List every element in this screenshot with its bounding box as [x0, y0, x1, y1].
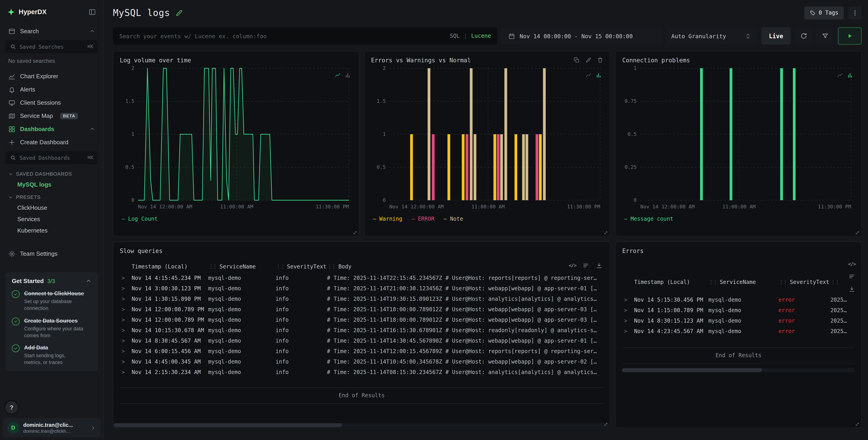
column-drag-handle-icon[interactable]: ⋮⋮	[708, 279, 717, 285]
legend-item[interactable]: —Warning	[373, 216, 402, 222]
row-expander-icon[interactable]: >	[120, 348, 132, 354]
column-header[interactable]: ⋮⋮Body	[327, 264, 603, 270]
panel-slow-queries[interactable]: Slow queries </> Timestamp (Local)⋮⋮Serv…	[113, 242, 611, 428]
table-row[interactable]: > Nov 14 1:30:15.890 PM mysql-demo info …	[120, 294, 603, 304]
panel-errors-warnings[interactable]: Errors vs Warnings vs Normal 00.511.52No…	[364, 51, 610, 237]
sidebar-item-service-map[interactable]: Service Map BETA	[5, 109, 98, 123]
table-row[interactable]: > Nov 14 1:15:00.789 PM mysql-demo error…	[622, 305, 855, 315]
row-expander-icon[interactable]: >	[120, 285, 132, 292]
horizontal-scrollbar[interactable]	[622, 368, 855, 372]
column-drag-handle-icon[interactable]: ⋮⋮	[208, 264, 216, 270]
legend-item[interactable]: —ERROR	[411, 216, 434, 222]
run-query-button[interactable]	[838, 27, 862, 44]
column-drag-handle-icon[interactable]: ⋮⋮	[327, 264, 335, 270]
sidebar-item-alerts[interactable]: Alerts	[5, 83, 98, 96]
resize-handle-icon[interactable]	[603, 422, 609, 427]
rows-icon[interactable]	[583, 262, 590, 269]
panel-log-volume[interactable]: Log volume over time 00.511.52Nov 14 12:…	[113, 51, 359, 237]
row-expander-icon[interactable]: >	[622, 307, 634, 313]
live-button[interactable]: Live	[762, 27, 790, 44]
column-header[interactable]: ⋮⋮SeverityText	[276, 264, 327, 270]
refresh-button[interactable]	[795, 27, 812, 44]
row-expander-icon[interactable]: >	[622, 317, 634, 324]
code-icon[interactable]: </>	[568, 263, 576, 268]
saved-dashboards-input[interactable]: Saved Dashboards ⌘K	[5, 151, 98, 164]
get-started-header[interactable]: Get Started 3/3	[12, 277, 92, 284]
column-header[interactable]: ⋮⋮ServiceName	[208, 264, 276, 270]
column-header[interactable]: ⋮⋮SeverityText	[778, 279, 830, 285]
row-expander-icon[interactable]: >	[120, 275, 132, 281]
create-dashboard-button[interactable]: Create Dashboard	[5, 136, 98, 149]
sidebar-item-dashboards[interactable]: Dashboards	[5, 123, 98, 136]
resize-handle-icon[interactable]	[855, 230, 860, 235]
line-chart-toggle-icon[interactable]	[837, 72, 843, 78]
panel-connection-problems[interactable]: Connection problems 00.250.50.751Nov 14 …	[616, 51, 862, 237]
granularity-select[interactable]: Auto Granularity	[666, 27, 757, 44]
legend-item[interactable]: —Message count	[624, 216, 673, 222]
table-row[interactable]: > Nov 14 4:23:45.567 AM mysql-demo error…	[622, 326, 855, 336]
edit-panel-icon[interactable]	[585, 57, 592, 63]
column-drag-handle-icon[interactable]: ⋮⋮	[276, 264, 284, 270]
help-button[interactable]: ?	[5, 401, 18, 414]
column-header[interactable]: Timestamp (Local)	[132, 264, 208, 270]
sidebar-item-chart-explorer[interactable]: Chart Explorer	[5, 70, 98, 83]
table-row[interactable]: > Nov 14 2:15:30.234 AM mysql-demo info …	[120, 367, 603, 377]
column-header[interactable]: ⋮⋮ServiceName	[708, 279, 778, 285]
filter-button[interactable]	[816, 27, 833, 44]
copy-icon[interactable]	[574, 57, 580, 63]
section-label[interactable]: PRESETS	[5, 190, 98, 202]
tags-button[interactable]: 0 Tags	[804, 6, 844, 19]
delete-panel-icon[interactable]	[597, 57, 603, 63]
date-range-picker[interactable]: Nov 14 00:00:00 - Nov 15 00:00:00	[502, 27, 661, 44]
search-input[interactable]: Search your events w/ Lucene ex. column:…	[113, 27, 497, 44]
row-expander-icon[interactable]: >	[120, 337, 132, 344]
section-label[interactable]: SAVED DASHBOARDS	[5, 167, 98, 179]
sidebar-item-client-sessions[interactable]: Client Sessions	[5, 96, 98, 109]
overflow-menu-button[interactable]	[848, 6, 862, 19]
table-row[interactable]: > Nov 14 4:15:45.234 PM mysql-demo info …	[120, 273, 603, 283]
column-drag-handle-icon[interactable]: ⋮⋮	[778, 279, 787, 285]
panel-errors[interactable]: Errors </> Timestamp (Local)⋮⋮ServiceNam…	[616, 242, 862, 428]
row-expander-icon[interactable]: >	[622, 328, 634, 334]
sql-mode-toggle[interactable]: SQL	[450, 33, 460, 39]
bar-chart-toggle-icon[interactable]	[596, 72, 602, 78]
table-row[interactable]: > Nov 14 12:00:00.789 PM mysql-demo info…	[120, 304, 603, 314]
app-logo[interactable]: HyperDX	[7, 8, 47, 16]
table-row[interactable]: > Nov 14 10:15:30.678 AM mysql-demo info…	[120, 325, 603, 335]
download-icon[interactable]	[848, 286, 855, 293]
bar-chart-toggle-icon[interactable]	[847, 72, 853, 78]
column-header[interactable]: Timestamp (Local)	[634, 279, 708, 285]
edit-title-icon[interactable]	[176, 9, 183, 16]
sidebar-subitem-clickhouse[interactable]: ClickHouse	[5, 202, 98, 213]
legend-item[interactable]: —Log Count	[122, 216, 158, 222]
table-row[interactable]: > Nov 14 8:30:15.123 AM mysql-demo error…	[622, 315, 855, 326]
row-expander-icon[interactable]: >	[120, 296, 132, 302]
chevron-up-icon[interactable]	[86, 278, 92, 284]
chevron-up-icon[interactable]	[89, 126, 95, 132]
table-row[interactable]: > Nov 14 4:45:00.345 AM mysql-demo info …	[120, 356, 603, 367]
get-started-item[interactable]: Add Data Start sending logs, metrics, or…	[12, 345, 92, 366]
table-row[interactable]: > Nov 14 8:30:45.567 AM mysql-demo info …	[120, 335, 603, 346]
get-started-item[interactable]: Create Data Sources Configure where your…	[12, 317, 92, 339]
code-icon[interactable]: </>	[848, 261, 856, 267]
chevron-up-icon[interactable]	[89, 28, 95, 34]
saved-searches-input[interactable]: Saved Searches ⌘K	[5, 40, 98, 53]
row-expander-icon[interactable]: >	[120, 358, 132, 365]
resize-handle-icon[interactable]	[855, 422, 860, 427]
get-started-item[interactable]: Connect to ClickHouse Set up your databa…	[12, 290, 92, 311]
row-expander-icon[interactable]: >	[120, 369, 132, 375]
table-row[interactable]: > Nov 14 12:00:00.789 PM mysql-demo info…	[120, 314, 603, 325]
legend-item[interactable]: —Note	[443, 216, 463, 222]
sidebar-item-team-settings[interactable]: Team Settings	[5, 247, 98, 260]
row-expander-icon[interactable]: >	[120, 316, 132, 323]
line-chart-toggle-icon[interactable]	[335, 72, 340, 78]
column-drag-handle-icon[interactable]: ⋮⋮	[830, 279, 839, 285]
download-icon[interactable]	[596, 262, 603, 269]
sidebar-subitem-mysql-logs[interactable]: MySQL logs	[5, 179, 98, 190]
table-row[interactable]: > Nov 14 6:00:15.456 AM mysql-demo info …	[120, 346, 603, 356]
sidebar-item-search[interactable]: Search	[5, 25, 98, 38]
table-row[interactable]: > Nov 14 5:15:30.456 PM mysql-demo error…	[622, 294, 855, 305]
horizontal-scrollbar[interactable]	[114, 423, 610, 427]
sidebar-subitem-services[interactable]: Services	[5, 213, 98, 225]
rows-icon[interactable]	[848, 273, 855, 280]
